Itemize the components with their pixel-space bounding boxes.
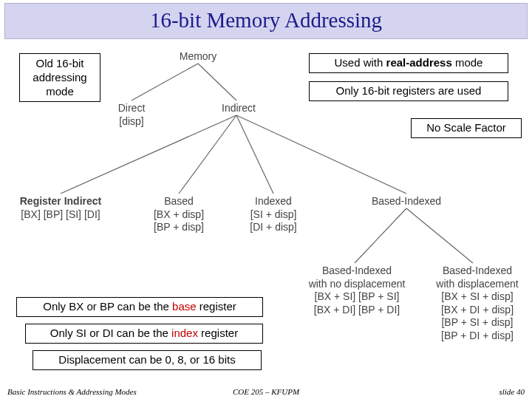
- node-bi-wdisp-s2: [BX + DI + disp]: [426, 304, 529, 317]
- callout-old-line2: addressing: [33, 71, 86, 83]
- node-indexed-sub1: [SI + disp]: [236, 208, 310, 222]
- callout-disp-text: Displacement can be 0, 8, or 16 bits: [58, 353, 235, 366]
- node-regind-sub: [BX] [BP] [SI] [DI]: [9, 208, 112, 222]
- node-register-indirect: Register Indirect [BX] [BP] [SI] [DI]: [9, 195, 112, 221]
- node-bi-label: Based-Indexed: [362, 195, 451, 208]
- callout-only-16bit: Only 16-bit registers are used: [309, 81, 508, 101]
- footer-left: Basic Instructions & Addressing Modes: [7, 387, 137, 396]
- node-based: Based [BX + disp] [BP + disp]: [142, 195, 216, 234]
- node-direct: Direct [disp]: [109, 102, 154, 128]
- callout-no-scale-text: No Scale Factor: [426, 121, 506, 134]
- callout-base-hl: base: [172, 300, 197, 313]
- svg-line-0: [132, 64, 198, 100]
- node-bi-nodisp-s2: [BX + DI] [BP + DI]: [294, 304, 420, 317]
- node-indexed-sub2: [DI + disp]: [236, 221, 310, 234]
- callout-only-16bit-text: Only 16-bit registers are used: [336, 84, 482, 97]
- callout-base-reg: Only BX or BP can be the base register: [16, 297, 263, 317]
- slide-title-bar: 16-bit Memory Addressing: [4, 3, 528, 39]
- svg-line-5: [236, 115, 406, 194]
- callout-index-hl: index: [171, 327, 198, 339]
- node-based-indexed: Based-Indexed: [362, 195, 451, 208]
- callout-old-line1: Old 16-bit: [35, 57, 83, 69]
- callout-no-scale: No Scale Factor: [411, 118, 522, 138]
- callout-real-address: Used with real-address mode: [309, 53, 508, 73]
- callout-old-line3: mode: [46, 85, 74, 98]
- callout-index-pre: Only SI or DI can be the: [50, 327, 171, 339]
- svg-line-4: [236, 115, 273, 194]
- svg-line-1: [198, 64, 236, 100]
- node-direct-sub: [disp]: [109, 115, 154, 129]
- node-bi-nodisp-l1: Based-Indexed: [294, 265, 420, 278]
- node-indirect-label: Indirect: [213, 102, 265, 115]
- svg-line-6: [355, 208, 406, 263]
- callout-base-pre: Only BX or BP can be the: [43, 300, 172, 313]
- node-bi-wdisp-l1: Based-Indexed: [426, 265, 529, 278]
- callout-old-mode: Old 16-bit addressing mode: [19, 53, 100, 102]
- node-based-sub1: [BX + disp]: [142, 208, 216, 222]
- node-bi-nodisp-l2: with no displacement: [294, 278, 420, 291]
- node-indexed-label: Indexed: [236, 195, 310, 208]
- footer-mid: COE 205 – KFUPM: [233, 387, 299, 396]
- node-indirect: Indirect: [213, 102, 265, 115]
- node-based-label: Based: [142, 195, 216, 208]
- callout-real-post: mode: [452, 56, 483, 69]
- node-bi-wdisp-s3: [BP + SI + disp]: [426, 316, 529, 330]
- svg-line-7: [406, 208, 473, 263]
- callout-base-post: register: [197, 300, 236, 313]
- node-bi-wdisp: Based-Indexed with displacement [BX + SI…: [426, 265, 529, 342]
- footer-right: slide 40: [499, 387, 525, 396]
- callout-index-post: register: [198, 327, 238, 339]
- node-bi-nodisp: Based-Indexed with no displacement [BX +…: [294, 265, 420, 316]
- node-bi-wdisp-s1: [BX + SI + disp]: [426, 290, 529, 304]
- callout-disp: Displacement can be 0, 8, or 16 bits: [33, 350, 262, 370]
- node-memory-label: Memory: [168, 50, 228, 64]
- callout-real-pre: Used with: [335, 56, 386, 69]
- node-bi-wdisp-l2: with displacement: [426, 278, 529, 291]
- svg-line-3: [179, 115, 236, 194]
- callout-real-bold: real-address: [386, 56, 452, 69]
- node-indexed: Indexed [SI + disp] [DI + disp]: [236, 195, 310, 234]
- node-based-sub2: [BP + disp]: [142, 221, 216, 234]
- callout-index-reg: Only SI or DI can be the index register: [25, 324, 263, 344]
- slide-title: 16-bit Memory Addressing: [150, 8, 382, 32]
- node-bi-nodisp-s1: [BX + SI] [BP + SI]: [294, 290, 420, 304]
- node-regind-label: Register Indirect: [9, 195, 112, 208]
- node-direct-label: Direct: [109, 102, 154, 115]
- node-bi-wdisp-s4: [BP + DI + disp]: [426, 330, 529, 343]
- node-memory: Memory: [168, 50, 228, 64]
